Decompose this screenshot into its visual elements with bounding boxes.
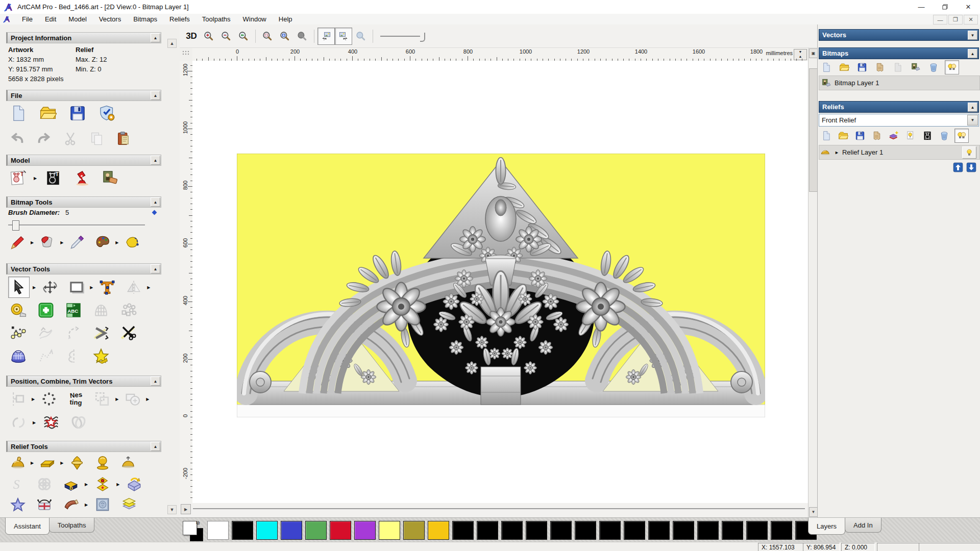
sketch-model-icon[interactable]: T <box>8 168 29 188</box>
collapse-section-button[interactable]: ▲ <box>151 91 160 100</box>
new-relief-layer-icon[interactable] <box>820 129 833 142</box>
palette-swatch-1[interactable] <box>232 521 253 540</box>
vertical-scroll-thumb[interactable] <box>809 68 818 192</box>
tab-add-in[interactable]: Add In <box>845 518 881 533</box>
tab-toolpaths[interactable]: Toolpaths <box>49 518 95 533</box>
bitmap-layer-row[interactable]: Bitmap Layer 1 <box>819 76 980 90</box>
palette-swatch-19[interactable] <box>673 521 694 540</box>
minimize-button[interactable]: — <box>910 0 933 14</box>
palette-swatch-6[interactable] <box>354 521 376 540</box>
palette-swatch-15[interactable] <box>575 521 596 540</box>
menu-item-help[interactable]: Help <box>273 14 299 24</box>
two-rail-sweep-icon[interactable] <box>8 346 29 366</box>
flood-fill-icon[interactable] <box>122 233 142 252</box>
collapse-section-button[interactable]: ▲ <box>151 156 160 165</box>
flyout-expander-icon[interactable]: ▶ <box>31 240 34 245</box>
palette-swatch-8[interactable] <box>403 521 425 540</box>
measure-tool-icon[interactable] <box>8 300 29 320</box>
collapse-section-button[interactable]: ▲ <box>151 33 160 42</box>
move-layer-up-button[interactable] <box>953 162 963 172</box>
flyout-expander-icon[interactable]: ▶ <box>116 482 119 487</box>
tab-layers[interactable]: Layers <box>808 518 845 535</box>
create-chevron-icon[interactable] <box>91 323 111 343</box>
tab-assistant[interactable]: Assistant <box>5 518 50 535</box>
palette-swatch-17[interactable] <box>624 521 645 540</box>
flyout-expander-icon[interactable]: ▶ <box>85 503 88 507</box>
delete-bitmap-icon[interactable] <box>927 61 940 74</box>
flyout-expander-icon[interactable]: ▶ <box>147 285 150 290</box>
lighting-icon[interactable] <box>71 168 92 188</box>
menu-item-file[interactable]: File <box>16 14 39 24</box>
layer-bulb-page-icon[interactable] <box>904 129 917 142</box>
move-layer-down-button[interactable] <box>966 162 976 172</box>
zoom-in-button[interactable] <box>200 28 217 45</box>
relief-layer-name[interactable]: Relief Layer 1 <box>842 148 883 156</box>
open-file-icon[interactable] <box>38 103 58 123</box>
cut-icon[interactable] <box>61 130 80 148</box>
options-icon[interactable] <box>97 103 117 123</box>
greyscale-model-icon[interactable]: T <box>43 168 63 188</box>
node-editing-icon[interactable] <box>8 323 29 343</box>
horizontal-scroll-track[interactable] <box>193 508 805 509</box>
paste-icon[interactable] <box>114 130 133 148</box>
flyout-expander-icon[interactable]: ▶ <box>34 176 37 181</box>
select-vectors-icon[interactable] <box>8 277 30 298</box>
preview-relief-button[interactable] <box>352 28 370 45</box>
flyout-expander-icon[interactable]: ▶ <box>31 461 34 465</box>
menu-item-model[interactable]: Model <box>62 14 92 24</box>
greyscale-from-relief-icon[interactable] <box>921 129 934 142</box>
bitmap-to-layer-icon[interactable] <box>909 61 922 74</box>
new-model-icon[interactable] <box>8 103 29 123</box>
save-file-icon[interactable] <box>67 103 88 123</box>
palette-swatch-21[interactable] <box>722 521 743 540</box>
create-star-icon[interactable] <box>91 346 111 366</box>
nesting-icon[interactable]: Nesting <box>65 389 86 409</box>
relief-layers-icon[interactable] <box>119 495 139 514</box>
scroll-down-button[interactable]: ▼ <box>809 507 818 517</box>
palette-swatch-22[interactable] <box>746 521 768 540</box>
redo-icon[interactable] <box>35 130 53 148</box>
wrap-relief-icon[interactable] <box>35 495 54 514</box>
menu-item-edit[interactable]: Edit <box>39 14 62 24</box>
collapse-section-button[interactable]: ▲ <box>151 442 160 451</box>
new-bitmap-layer-icon[interactable] <box>820 61 833 74</box>
envelope-distortion-icon[interactable] <box>91 300 111 320</box>
palette-swatch-5[interactable] <box>330 521 351 540</box>
toggle-all-visibility-icon[interactable] <box>954 129 969 143</box>
blank-bitmap-icon[interactable] <box>891 61 904 74</box>
relief-selector-dropdown[interactable]: Front Relief ▼ <box>819 114 979 127</box>
interlock-vectors-icon[interactable] <box>68 412 89 433</box>
toggle-visibility-icon[interactable] <box>945 60 959 74</box>
panel-scroll-up-button[interactable]: ▲ <box>167 39 177 48</box>
collapse-bitmaps-button[interactable]: ▲ <box>968 49 977 58</box>
palette-swatch-4[interactable] <box>305 521 327 540</box>
colour-picker-icon[interactable] <box>67 233 87 252</box>
mdi-minimize-button[interactable]: — <box>933 15 947 24</box>
vector-texture-icon[interactable] <box>41 412 61 433</box>
trim-vectors-icon[interactable] <box>118 323 139 343</box>
relief-layer-row[interactable]: ► Relief Layer 1 <box>819 145 980 160</box>
menu-item-reliefs[interactable]: Reliefs <box>163 14 196 24</box>
emboss-relief-icon[interactable] <box>93 495 112 514</box>
palette-swatch-13[interactable] <box>526 521 547 540</box>
undo-icon[interactable] <box>8 130 27 148</box>
create-text-icon[interactable] <box>97 277 117 297</box>
zoom-previous-button[interactable] <box>235 28 252 45</box>
palette-swatch-3[interactable] <box>281 521 302 540</box>
flyout-expander-icon[interactable]: ▶ <box>33 285 36 290</box>
collapse-section-button[interactable]: ▲ <box>151 197 160 207</box>
palette-swatch-23[interactable] <box>771 521 792 540</box>
carve-wood-icon[interactable] <box>61 495 81 514</box>
sculpt-relief-icon[interactable] <box>8 453 28 472</box>
panel-scroll-down-button[interactable]: ▼ <box>167 505 177 514</box>
horizontal-scrollbar[interactable]: ▶ <box>180 503 808 517</box>
flyout-expander-icon[interactable]: ▶ <box>32 397 35 402</box>
expand-vectors-button[interactable]: ▼ <box>968 31 977 40</box>
scroll-split-button[interactable]: ▣ <box>809 48 818 58</box>
flyout-expander-icon[interactable]: ▶ <box>60 461 63 465</box>
scroll-left-button[interactable]: ▶ <box>181 504 191 514</box>
create-rectangle-icon[interactable] <box>66 277 87 297</box>
mirror-vectors-icon[interactable] <box>124 277 144 297</box>
menu-item-bitmaps[interactable]: Bitmaps <box>127 14 163 24</box>
vector-doctor-icon[interactable] <box>36 300 56 320</box>
